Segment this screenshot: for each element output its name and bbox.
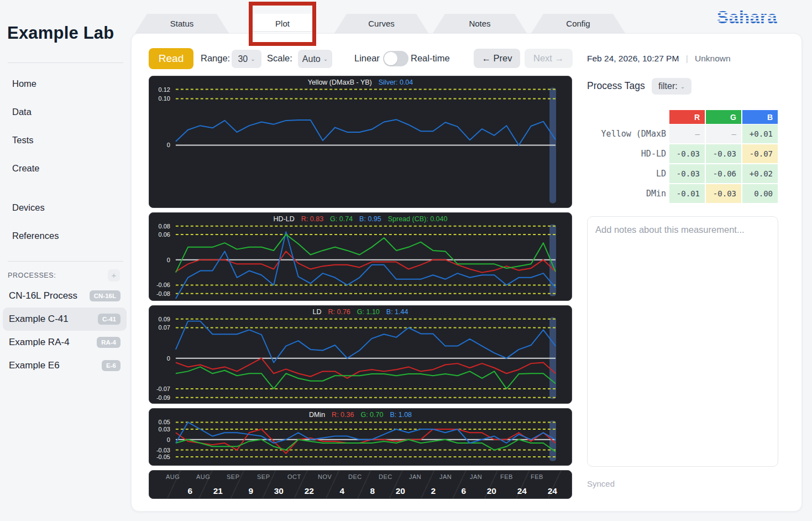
range-label: Range:	[201, 53, 230, 64]
x-tick: JAN6	[439, 473, 468, 496]
x-tick: JAN20	[470, 473, 499, 496]
table-row: LD-0.03-0.06+0.02	[587, 164, 779, 183]
y-tick-label: 0.12	[159, 86, 170, 93]
x-tick-month: JAN	[409, 473, 438, 480]
next-button[interactable]: Next →	[525, 49, 573, 68]
x-tick-month: AUG	[166, 473, 195, 480]
x-tick-month: AUG	[196, 473, 225, 480]
x-tick-month: OCT	[287, 473, 316, 480]
chart-yellow-dmaxb[interactable]: 0.120.100Yellow (DMaxB - YB)Silver: 0.04	[149, 76, 572, 208]
x-tick: FEB24	[500, 473, 529, 496]
y-tick-label: -0.08	[156, 290, 170, 297]
value-cell: +0.01	[742, 124, 778, 143]
value-cell: -0.03	[706, 184, 741, 203]
row-label: LD	[587, 164, 666, 183]
chart-canvas: 0.120.100	[149, 76, 572, 207]
x-tick-month: FEB	[500, 473, 529, 480]
main-panel: Read Range: 30 ⌄ Scale: Auto ⌄ Linear Re…	[131, 33, 802, 512]
sidebar-item-create[interactable]: Create	[0, 154, 131, 183]
sidebar: Example Lab HomeDataTestsCreateDevicesRe…	[0, 0, 131, 521]
x-tick-day: 30	[274, 486, 286, 496]
process-item[interactable]: Example E6E-6	[3, 354, 127, 377]
add-process-button[interactable]: +	[108, 269, 120, 282]
process-badge: C-41	[98, 314, 121, 325]
chart-dmin[interactable]: 0.050.030-0.03-0.05DMinR: 0.36G: 0.70B: …	[149, 408, 572, 466]
process-label: Example E6	[9, 360, 60, 371]
x-tick-month: JAN	[470, 473, 499, 480]
value-cell: –	[706, 124, 741, 143]
x-tick-day: 24	[548, 486, 559, 496]
sidebar-item-home[interactable]: Home	[0, 70, 131, 98]
x-tick: FEB24	[531, 473, 559, 496]
x-tick-month: DEC	[348, 473, 377, 480]
sidebar-item-references[interactable]: References	[0, 222, 131, 250]
column-header-r: R	[669, 110, 705, 124]
sidebar-item-tests[interactable]: Tests	[0, 126, 131, 154]
process-list: CN-16L ProcessCN-16LExample C-41C-41Exam…	[3, 284, 127, 377]
x-tick: OCT22	[287, 473, 316, 496]
device-name: Unknown	[695, 54, 731, 63]
table-corner	[587, 110, 666, 124]
mode-toggle[interactable]	[383, 51, 408, 66]
x-tick: DEC8	[348, 473, 377, 496]
y-tick-label: 0.07	[159, 324, 170, 331]
process-item[interactable]: CN-16L ProcessCN-16L	[3, 284, 127, 308]
y-tick-label: -0.09	[156, 394, 170, 401]
process-label: CN-16L Process	[9, 290, 77, 301]
tab-curves[interactable]: Curves	[334, 14, 428, 33]
sidebar-item-devices[interactable]: Devices	[0, 194, 131, 222]
x-tick-day: 9	[248, 486, 255, 496]
sidebar-item-data[interactable]: Data	[0, 98, 131, 126]
y-tick-label: 0	[167, 355, 170, 362]
x-tick-day: 2	[431, 486, 438, 496]
timestamp-row: Feb 24, 2026, 10:27 PM | Unknown	[587, 54, 731, 64]
value-cell: +0.02	[742, 164, 778, 183]
x-tick-day: 6	[461, 486, 468, 496]
y-tick-label: 0	[167, 436, 170, 443]
y-tick-label: 0.08	[159, 223, 170, 230]
chart-canvas: 0.050.030-0.03-0.05	[149, 409, 572, 465]
x-tick-day: 21	[213, 486, 225, 496]
series-g	[176, 235, 556, 273]
value-cell: -0.03	[669, 164, 705, 183]
row-label: HD-LD	[587, 144, 666, 163]
process-badge: RA-4	[97, 337, 121, 348]
range-dropdown[interactable]: 30 ⌄	[232, 50, 261, 68]
chart-hd-ld[interactable]: 0.080.060-0.06-0.08HD-LDR: 0.83G: 0.74B:…	[149, 212, 572, 301]
prev-button[interactable]: ← Prev	[474, 49, 520, 68]
table-row: HD-LD-0.03-0.03-0.07	[587, 144, 779, 163]
tab-plot[interactable]: Plot	[250, 14, 315, 33]
tab-status[interactable]: Status	[135, 14, 229, 33]
realtime-label: Real-time	[411, 53, 450, 64]
process-item[interactable]: Example C-41C-41	[3, 308, 127, 331]
tab-config[interactable]: Config	[531, 14, 625, 33]
filter-dropdown[interactable]: filter: ⌄	[652, 78, 691, 95]
y-tick-label: 0.06	[159, 231, 170, 238]
x-tick: AUG21	[196, 473, 225, 496]
toggle-knob	[384, 52, 397, 65]
value-cell: -0.06	[706, 164, 741, 183]
column-header-b: B	[742, 110, 778, 124]
x-tick-month: JAN	[439, 473, 468, 480]
read-button[interactable]: Read	[149, 48, 193, 69]
scale-label: Scale:	[267, 53, 292, 64]
x-tick-day: 22	[305, 486, 316, 496]
sidebar-nav: HomeDataTestsCreateDevicesReferences	[0, 70, 131, 250]
process-badge: CN-16L	[90, 290, 121, 301]
x-tick-day: 4	[339, 486, 347, 496]
process-item[interactable]: Example RA-4RA-4	[3, 331, 127, 354]
tab-notes[interactable]: Notes	[433, 14, 527, 33]
sidebar-divider	[8, 261, 123, 262]
table-header-row: RGB	[587, 110, 779, 124]
chart-ld[interactable]: 0.090.070-0.07-0.09LDR: 0.76G: 1.10B: 1.…	[149, 305, 572, 404]
notes-input[interactable]	[587, 216, 778, 467]
value-cell: –	[669, 124, 705, 143]
y-tick-label: -0.03	[156, 447, 170, 454]
y-tick-label: 0	[167, 142, 170, 148]
x-tick-month: DEC	[379, 473, 407, 480]
scale-dropdown[interactable]: Auto ⌄	[298, 50, 332, 68]
scale-value: Auto	[302, 54, 321, 64]
process-tags-heading: Process Tags	[587, 80, 645, 92]
y-tick-label: 0.09	[159, 316, 170, 322]
x-tick-day: 8	[370, 486, 377, 496]
